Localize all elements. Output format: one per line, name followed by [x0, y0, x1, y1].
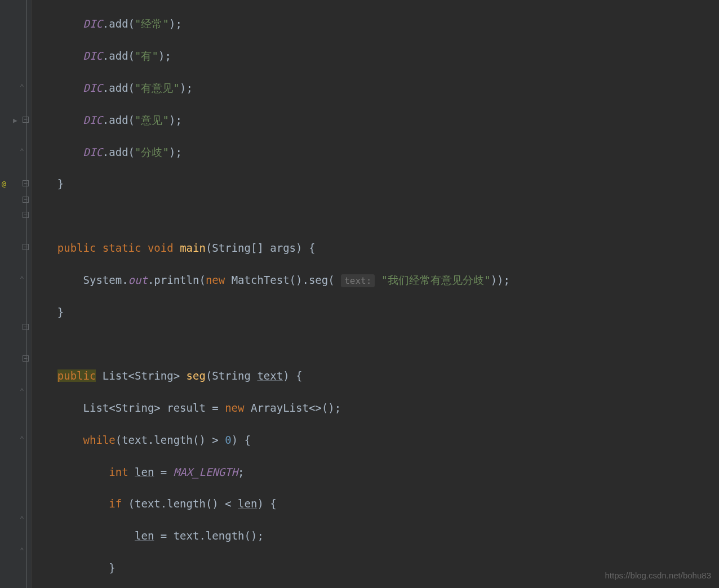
code-line: while(text.length() > 0) { — [32, 432, 719, 448]
code-line — [32, 336, 719, 351]
gutter-vline — [26, 0, 26, 588]
code-line: public List<String> seg(String text) { — [32, 368, 719, 384]
code-line: DIC.add("有意见"); — [32, 80, 719, 96]
fold-toggle-icon[interactable]: − — [23, 244, 29, 250]
code-line: len = text.length(); — [32, 528, 719, 544]
code-line: DIC.add("有"); — [32, 48, 719, 64]
code-line: if (text.length() < len) { — [32, 496, 719, 511]
fold-end-icon[interactable]: ⌃ — [18, 515, 26, 523]
code-line: } — [32, 176, 719, 191]
code-line: int len = MAX_LENGTH; — [32, 464, 719, 480]
fold-toggle-icon[interactable]: − — [23, 117, 29, 123]
fold-end-icon[interactable]: ⌃ — [18, 148, 26, 155]
code-line: System.out.println(new MatchTest().seg( … — [32, 272, 719, 288]
watermark-text: https://blog.csdn.net/bohu83 — [605, 568, 711, 583]
code-editor[interactable]: DIC.add("经常"); DIC.add("有"); DIC.add("有意… — [32, 0, 719, 588]
code-line: DIC.add("意见"); — [32, 112, 719, 128]
fold-end-icon[interactable]: ⌃ — [18, 387, 26, 395]
fold-end-icon[interactable]: ⌃ — [18, 435, 26, 443]
code-line: DIC.add("分歧"); — [32, 144, 719, 160]
fold-toggle-icon[interactable]: − — [23, 355, 29, 362]
code-line — [32, 208, 719, 224]
run-gutter-icon[interactable]: ▶ — [11, 117, 19, 124]
fold-end-icon[interactable]: ⌃ — [18, 275, 26, 283]
editor-gutter: ⌃ − ▶ ⌃ − @ − − − ⌃ − − ⌃ ⌃ ⌃ ⌃ — [0, 0, 32, 588]
fold-end-icon[interactable]: ⌃ — [18, 83, 26, 91]
fold-toggle-icon[interactable]: − — [23, 212, 29, 218]
fold-end-icon[interactable]: ⌃ — [18, 547, 26, 555]
code-line: public static void main(String[] args) { — [32, 240, 719, 256]
code-line: } — [32, 304, 719, 320]
override-icon[interactable]: @ — [0, 180, 8, 188]
fold-toggle-icon[interactable]: − — [23, 197, 29, 203]
code-line: List<String> result = new ArrayList<>(); — [32, 400, 719, 416]
fold-toggle-icon[interactable]: − — [23, 180, 29, 186]
fold-toggle-icon[interactable]: − — [23, 324, 29, 330]
param-hint: text: — [341, 274, 375, 287]
code-line: DIC.add("经常"); — [32, 16, 719, 32]
